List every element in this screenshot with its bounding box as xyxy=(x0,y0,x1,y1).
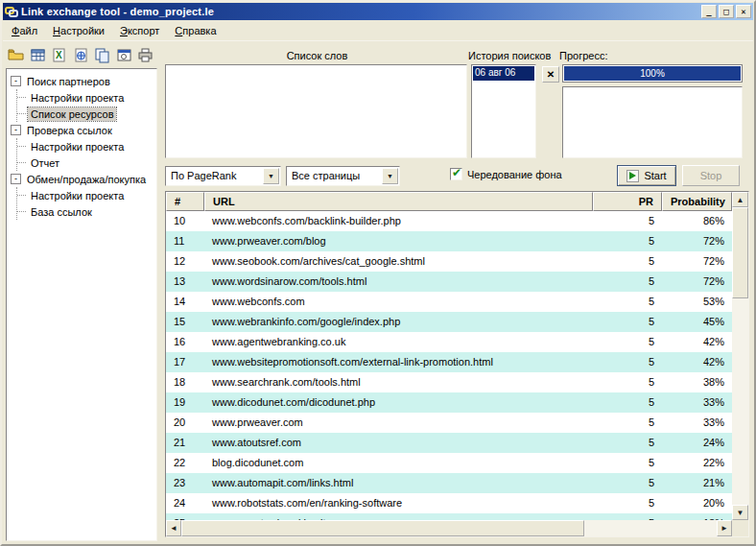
tree-label[interactable]: Список ресурсов xyxy=(28,107,116,121)
column-header-url[interactable]: URL xyxy=(204,192,593,211)
tree-label[interactable]: Настройки проекта xyxy=(28,140,127,154)
table-row[interactable]: 17www.websitepromotionsoft.com/external-… xyxy=(166,352,732,372)
table-row[interactable]: 16www.agentwebranking.co.uk542% xyxy=(166,332,732,352)
checkbox-box[interactable]: ✔ xyxy=(450,168,462,180)
probability-cell: 22% xyxy=(662,453,732,473)
tree-node[interactable]: База ссылок xyxy=(17,203,155,220)
url-cell[interactable]: www.prweaver.com/blog xyxy=(204,231,593,251)
pages-filter-select[interactable]: Все страницы ▼ xyxy=(286,166,400,186)
tree-node[interactable]: Настройки проекта xyxy=(17,138,155,154)
table-row[interactable]: 15www.webrankinfo.com/google/index.php54… xyxy=(166,312,732,332)
tree-node[interactable]: Настройки проекта xyxy=(17,187,155,203)
table-row[interactable]: 21www.atoutsref.com524% xyxy=(166,433,732,453)
rank-filter-select[interactable]: По PageRank ▼ xyxy=(165,166,281,186)
table-row[interactable]: 14www.webconfs.com553% xyxy=(166,292,732,312)
tree-node[interactable]: -Поиск партнеров xyxy=(8,73,155,89)
table-row[interactable]: 24www.robotstats.com/en/ranking-software… xyxy=(166,493,732,513)
chevron-down-icon[interactable]: ▼ xyxy=(382,168,398,184)
horizontal-scroll-thumb[interactable] xyxy=(181,520,584,536)
tree-node[interactable]: -Обмен/продажа/покупка xyxy=(8,171,155,187)
progress-fill: 100% xyxy=(564,66,741,81)
tree-label[interactable]: Обмен/продажа/покупка xyxy=(24,173,149,186)
preview-button[interactable] xyxy=(114,44,135,65)
table-row[interactable]: 13www.wordsinarow.com/tools.html572% xyxy=(166,272,732,292)
menu-item-0[interactable]: Файл xyxy=(4,22,45,39)
html-export-button[interactable] xyxy=(71,44,92,65)
table-row[interactable]: 12www.seobook.com/archives/cat_google.sh… xyxy=(166,251,732,272)
start-button[interactable]: Start xyxy=(617,165,676,186)
table-row[interactable]: 20www.prweaver.com533% xyxy=(166,413,732,433)
table-row[interactable]: 18www.searchrank.com/tools.html538% xyxy=(166,372,732,392)
probability-cell: 21% xyxy=(662,473,732,493)
url-cell[interactable]: www.searchrank.com/tools.html xyxy=(204,372,593,392)
tree-node[interactable]: -Проверка ссылок xyxy=(8,122,155,138)
word-list-input[interactable] xyxy=(165,64,467,158)
print-button[interactable] xyxy=(135,44,156,65)
url-cell[interactable]: www.webrankinfo.com/google/index.php xyxy=(204,312,593,332)
copy-button[interactable] xyxy=(92,44,113,65)
tree-label[interactable]: Проверка ссылок xyxy=(24,124,115,137)
collapse-icon[interactable]: - xyxy=(11,76,21,86)
scroll-down-icon[interactable]: ▼ xyxy=(732,505,748,520)
scroll-up-icon[interactable]: ▲ xyxy=(732,192,748,207)
app-icon xyxy=(5,5,18,18)
tree-node[interactable]: Список ресурсов xyxy=(17,106,155,122)
tree-node[interactable]: Отчет xyxy=(17,154,155,171)
tree-label[interactable]: Поиск партнеров xyxy=(24,75,113,88)
menu-item-3[interactable]: Справка xyxy=(167,22,224,39)
url-cell[interactable]: www.atoutsref.com xyxy=(204,433,593,453)
scroll-left-icon[interactable]: ◄ xyxy=(166,520,181,536)
url-cell[interactable]: www.wordsinarow.com/tools.html xyxy=(204,272,593,292)
tree-label[interactable]: Настройки проекта xyxy=(28,91,127,105)
scroll-right-icon[interactable]: ► xyxy=(717,520,732,536)
url-cell[interactable]: www.websitepromotionsoft.com/external-li… xyxy=(204,352,593,372)
vertical-scrollbar[interactable]: ▲ ▼ xyxy=(732,192,748,520)
collapse-icon[interactable]: - xyxy=(11,125,21,135)
vertical-scroll-thumb[interactable] xyxy=(732,207,748,298)
stop-button[interactable]: Stop xyxy=(682,165,740,186)
menu-item-2[interactable]: Экспорт xyxy=(112,22,167,39)
tree-node[interactable]: Настройки проекта xyxy=(17,89,155,106)
url-cell[interactable]: www.automapit.com/links.html xyxy=(204,473,593,493)
collapse-icon[interactable]: - xyxy=(11,174,21,184)
url-cell[interactable]: www.agentwebranking.it xyxy=(204,513,593,520)
excel-export-button[interactable]: X xyxy=(49,44,70,65)
url-cell[interactable]: www.prweaver.com xyxy=(204,413,593,433)
table-export-button[interactable] xyxy=(28,44,49,65)
url-cell[interactable]: www.webconfs.com/backlink-builder.php xyxy=(204,211,593,231)
url-cell[interactable]: blog.dicodunet.com xyxy=(204,453,593,473)
url-cell[interactable]: www.agentwebranking.co.uk xyxy=(204,332,593,352)
menu-item-1[interactable]: Настройки xyxy=(45,22,112,39)
horizontal-scrollbar[interactable]: ◄ ► xyxy=(166,520,732,536)
chevron-down-icon[interactable]: ▼ xyxy=(263,168,279,184)
open-button[interactable] xyxy=(6,44,27,65)
url-cell[interactable]: www.seobook.com/archives/cat_google.shtm… xyxy=(204,251,593,272)
column-header-pr[interactable]: PR xyxy=(593,192,662,211)
alt-bg-checkbox[interactable]: ✔ Чередование фона xyxy=(450,168,562,180)
tree-label[interactable]: Отчет xyxy=(28,156,62,170)
table-row[interactable]: 22blog.dicodunet.com522% xyxy=(166,453,732,473)
url-cell[interactable]: www.robotstats.com/en/ranking-software xyxy=(204,493,593,513)
table-row[interactable]: 25www.agentwebranking.it518% xyxy=(166,513,732,520)
column-header-[interactable]: # xyxy=(166,192,204,211)
tree-label[interactable]: База ссылок xyxy=(28,205,95,219)
table-row[interactable]: 19www.dicodunet.com/dicodunet.php533% xyxy=(166,392,732,413)
tree-label[interactable]: Настройки проекта xyxy=(28,189,127,202)
progress-log[interactable] xyxy=(562,86,743,158)
table-row[interactable]: 11www.prweaver.com/blog572% xyxy=(166,231,732,251)
url-cell[interactable]: www.dicodunet.com/dicodunet.php xyxy=(204,392,593,413)
maximize-button[interactable]: □ xyxy=(719,5,734,18)
minimize-button[interactable]: _ xyxy=(701,5,717,18)
history-label: История поисков xyxy=(468,50,551,63)
history-item[interactable]: 06 авг 06 xyxy=(473,66,534,81)
column-header-probability[interactable]: Probability xyxy=(662,192,732,211)
table-row[interactable]: 10www.webconfs.com/backlink-builder.php5… xyxy=(166,211,732,231)
title-bar[interactable]: Link exchange tool - demo_project.le _ □… xyxy=(3,3,753,20)
clear-history-button[interactable]: ✕ xyxy=(542,66,559,83)
window-body: X -Поиск партнеровНастройки проектаСписо… xyxy=(3,41,753,543)
search-history-list[interactable]: 06 авг 06 xyxy=(471,64,536,158)
table-row[interactable]: 23www.automapit.com/links.html521% xyxy=(166,473,732,493)
row-number: 13 xyxy=(166,272,204,292)
close-button[interactable]: ✕ xyxy=(736,5,751,18)
url-cell[interactable]: www.webconfs.com xyxy=(204,292,593,312)
